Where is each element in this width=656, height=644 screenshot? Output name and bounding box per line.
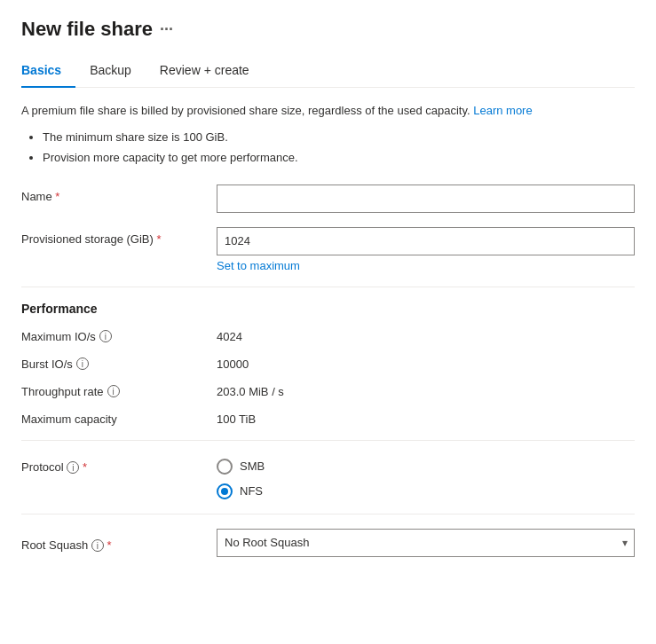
provisioned-storage-row: Provisioned storage (GiB) * Set to maxim… [21,227,635,272]
protocol-section: Protocol i * SMB NFS [21,455,635,499]
protocol-radio-group: SMB NFS [217,455,635,499]
root-squash-label: Root Squash i * [21,533,217,553]
max-iops-row: Maximum IO/s i 4024 [21,330,635,343]
max-iops-value: 4024 [217,330,242,343]
nfs-radio-outer [217,483,233,499]
max-capacity-row: Maximum capacity 100 TiB [21,412,635,426]
name-input[interactable] [217,185,635,213]
throughput-row: Throughput rate i 203.0 MiB / s [21,385,635,398]
protocol-options: SMB NFS [217,455,635,499]
burst-iops-value: 10000 [217,357,249,371]
performance-section-title: Performance [21,302,635,316]
root-squash-required-star: * [107,538,111,552]
nfs-radio-label: NFS [240,484,263,498]
learn-more-link[interactable]: Learn more [473,104,532,117]
tab-basics[interactable]: Basics [21,56,75,88]
protocol-nfs-option[interactable]: NFS [217,483,635,499]
form-section: Name * Provisioned storage (GiB) * Set t… [21,185,635,272]
root-squash-dropdown-container: No Root Squash Root Squash All Squash ▾ [217,529,635,557]
protocol-row: Protocol i * SMB NFS [21,455,635,499]
throughput-info-icon[interactable]: i [107,385,120,397]
protocol-label: Protocol i * [21,455,217,475]
root-squash-info-icon[interactable]: i [91,539,104,552]
throughput-value: 203.0 MiB / s [217,385,284,398]
burst-iops-label: Burst IO/s i [21,357,217,371]
page-title: New file share [21,18,153,41]
smb-radio-label: SMB [240,459,265,473]
protocol-smb-option[interactable]: SMB [217,459,635,475]
set-to-maximum-link[interactable]: Set to maximum [217,259,635,272]
name-label: Name * [21,185,217,203]
bullet-item: Provision more capacity to get more perf… [43,149,635,167]
performance-section: Performance Maximum IO/s i 4024 Burst IO… [21,302,635,426]
burst-iops-info-icon[interactable]: i [76,357,89,370]
max-capacity-label: Maximum capacity [21,412,217,426]
provisioned-required-star: * [156,232,161,246]
name-required-star: * [55,190,59,203]
tab-review-create[interactable]: Review + create [160,56,264,88]
max-capacity-value: 100 TiB [217,412,256,426]
max-iops-label: Maximum IO/s i [21,330,217,343]
name-input-container [217,185,635,213]
ellipsis-menu[interactable]: ··· [160,20,173,39]
bullet-item: The minimum share size is 100 GiB. [43,129,635,146]
protocol-info-icon[interactable]: i [67,461,79,474]
root-squash-select[interactable]: No Root Squash Root Squash All Squash [217,529,635,557]
burst-iops-row: Burst IO/s i 10000 [21,357,635,371]
divider-1 [21,287,635,287]
tab-bar: Basics Backup Review + create [21,55,635,88]
provisioned-input-container: Set to maximum [217,227,635,272]
name-row: Name * [21,185,635,213]
divider-3 [21,514,635,514]
throughput-label: Throughput rate i [21,385,217,398]
provisioned-label: Provisioned storage (GiB) * [21,227,217,246]
info-text: A premium file share is billed by provis… [21,102,635,120]
protocol-required-star: * [83,460,87,474]
page-title-container: New file share ··· [21,18,635,41]
root-squash-section: Root Squash i * No Root Squash Root Squa… [21,529,635,557]
max-iops-info-icon[interactable]: i [99,330,112,342]
smb-radio-outer [217,459,233,475]
info-bullets: The minimum share size is 100 GiB. Provi… [43,129,635,167]
provisioned-storage-input[interactable] [217,227,635,255]
nfs-radio-inner [221,488,228,495]
divider-2 [21,440,635,441]
tab-backup[interactable]: Backup [90,56,146,88]
